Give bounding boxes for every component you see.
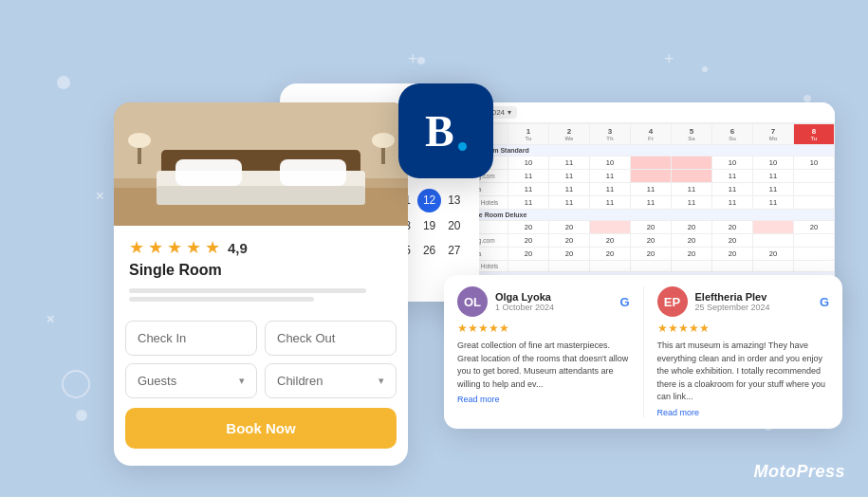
avatar-initials-2: EP bbox=[664, 295, 680, 309]
col-header-1: 1Tu bbox=[508, 124, 549, 145]
review-header-1: OL Olga Lyoka 1 October 2024 G bbox=[457, 286, 630, 317]
svg-rect-7 bbox=[157, 186, 365, 205]
reviewer-name-1: Olga Lyoka bbox=[495, 291, 612, 303]
table-row: Airbnb 2020 2020 2020 bbox=[456, 221, 835, 234]
booking-logo: B bbox=[425, 106, 467, 156]
table-row: Expedia 111111 1111 1111 bbox=[456, 183, 835, 196]
guests-select[interactable]: Guests ▾ bbox=[125, 363, 257, 398]
review-text-2: This art museum is amazing! They have ev… bbox=[657, 340, 830, 404]
reviews-card: OL Olga Lyoka 1 October 2024 G ★★★★★ Gre… bbox=[444, 275, 842, 429]
col-header-5: 5Sa bbox=[672, 124, 712, 145]
booking-letter: B bbox=[425, 107, 454, 156]
reviewer-info-1: Olga Lyoka 1 October 2024 bbox=[495, 291, 612, 312]
reviewer-date-1: 1 October 2024 bbox=[495, 303, 612, 312]
booking-dot-icon bbox=[458, 142, 467, 151]
booking-form: Check In Check Out Guests ▾ Children ▾ B… bbox=[114, 321, 408, 449]
star-4: ★ bbox=[186, 237, 201, 258]
rating-number: 4,9 bbox=[228, 240, 248, 256]
review-text-1: Great collection of fine art masterpiece… bbox=[457, 340, 630, 391]
google-icon-2: G bbox=[820, 295, 829, 309]
review-stars-1: ★★★★★ bbox=[457, 322, 630, 335]
desc-line-2 bbox=[129, 297, 314, 302]
filter-chevron-icon: ▾ bbox=[508, 108, 511, 117]
read-more-link-1[interactable]: Read more bbox=[457, 395, 630, 404]
table-row: Airbnb 101110 101010 bbox=[456, 156, 835, 170]
check-in-input[interactable]: Check In bbox=[125, 321, 257, 356]
guests-row: Guests ▾ Children ▾ bbox=[125, 363, 397, 398]
book-now-button[interactable]: Book Now bbox=[125, 408, 397, 449]
cal-day-20[interactable]: 20 bbox=[443, 214, 466, 238]
google-icon-1: G bbox=[619, 295, 629, 309]
hotel-info: ★ ★ ★ ★ ★ 4,9 Single Room bbox=[114, 226, 408, 321]
section-triple-room: Triple Room Standard bbox=[456, 145, 835, 156]
svg-rect-5 bbox=[175, 159, 242, 186]
table-row: Booking.com 202020 2020 20 bbox=[456, 234, 835, 248]
table-row: Google Hotels bbox=[456, 261, 835, 272]
table-row: Booking.com 111111 1111 bbox=[456, 170, 835, 183]
reviewer-info-2: Eleftheria Plev 25 September 2024 bbox=[695, 291, 812, 312]
children-select[interactable]: Children ▾ bbox=[265, 363, 397, 398]
check-out-input[interactable]: Check Out bbox=[265, 321, 397, 356]
review-item-1: OL Olga Lyoka 1 October 2024 G ★★★★★ Gre… bbox=[457, 286, 630, 417]
star-5: ★ bbox=[205, 237, 220, 258]
check-out-label: Check Out bbox=[277, 331, 335, 345]
col-header-2: 2We bbox=[549, 124, 590, 145]
hotel-description-lines bbox=[129, 288, 393, 302]
cal-day-12-selected[interactable]: 12 bbox=[417, 189, 440, 212]
star-3: ★ bbox=[167, 237, 182, 258]
star-1: ★ bbox=[129, 237, 144, 258]
table-row: Google Hotels 111111 1111 1111 bbox=[456, 196, 835, 210]
children-label: Children bbox=[277, 374, 323, 388]
cal-day-27[interactable]: 27 bbox=[443, 239, 466, 263]
col-header-3: 3Th bbox=[590, 124, 631, 145]
booking-logo-card: B bbox=[398, 83, 493, 178]
col-header-7: 7Mo bbox=[753, 124, 794, 145]
check-in-label: Check In bbox=[138, 331, 186, 345]
motopress-logo: MotoPress bbox=[753, 462, 845, 482]
review-stars-2: ★★★★★ bbox=[657, 322, 830, 335]
svg-rect-6 bbox=[280, 159, 346, 186]
rating-row: ★ ★ ★ ★ ★ 4,9 bbox=[129, 237, 393, 258]
reviewer-avatar-1: OL bbox=[457, 286, 488, 317]
review-header-2: EP Eleftheria Plev 25 September 2024 G bbox=[657, 286, 830, 317]
svg-point-11 bbox=[372, 133, 395, 148]
reviewer-date-2: 25 September 2024 bbox=[695, 303, 812, 312]
review-item-2: EP Eleftheria Plev 25 September 2024 G ★… bbox=[657, 286, 830, 417]
star-2: ★ bbox=[148, 237, 163, 258]
cal-day-26[interactable]: 26 bbox=[417, 239, 440, 263]
reviewer-avatar-2: EP bbox=[657, 286, 688, 317]
col-header-4: 4Fr bbox=[631, 124, 672, 145]
hotel-booking-card: ★ ★ ★ ★ ★ 4,9 Single Room Check In Check… bbox=[114, 102, 408, 466]
desc-line-1 bbox=[129, 288, 366, 293]
channel-table-header: 09/27/2024 ▾ bbox=[455, 102, 835, 123]
cal-day-19[interactable]: 19 bbox=[417, 214, 440, 238]
cal-day-empty-4 bbox=[417, 265, 440, 288]
guests-label: Guests bbox=[138, 374, 176, 388]
avatar-initials-1: OL bbox=[464, 295, 481, 309]
reviewer-name-2: Eleftheria Plev bbox=[695, 291, 812, 303]
guests-chevron-icon: ▾ bbox=[239, 375, 245, 387]
col-header-8: 8Tu bbox=[794, 124, 835, 145]
cal-day-13[interactable]: 13 bbox=[443, 189, 466, 212]
col-header-6: 6Su bbox=[712, 124, 753, 145]
children-chevron-icon: ▾ bbox=[379, 375, 384, 387]
date-row: Check In Check Out bbox=[125, 321, 397, 356]
svg-point-9 bbox=[128, 133, 151, 148]
hotel-image bbox=[114, 102, 408, 226]
read-more-link-2[interactable]: Read more bbox=[657, 408, 830, 417]
section-double-room: Double Room Deluxe bbox=[456, 210, 835, 221]
review-divider bbox=[643, 286, 644, 417]
table-row: Expedia 202020 2020 2020 bbox=[456, 248, 835, 261]
room-name: Single Room bbox=[129, 262, 393, 279]
